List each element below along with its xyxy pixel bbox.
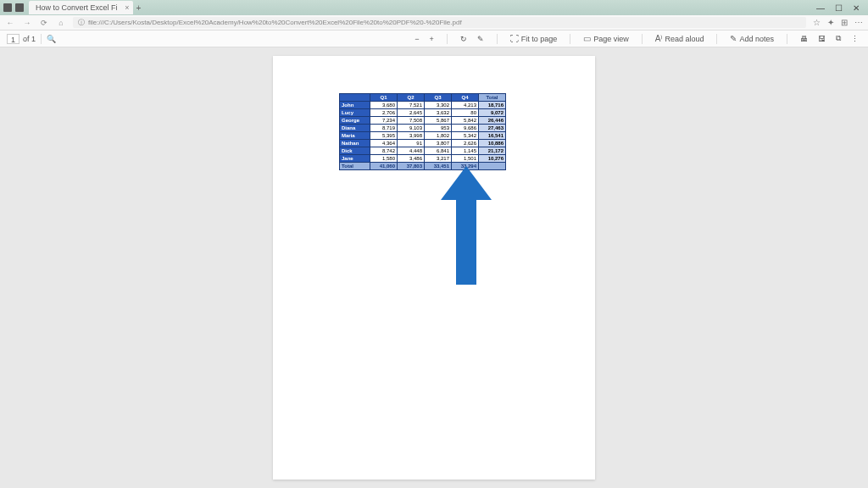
row-total: 18,716 [479,102,506,109]
total-q1: 41,060 [370,163,398,170]
row-name: George [340,117,370,125]
back-button[interactable]: ← [5,19,15,27]
forward-button[interactable]: → [22,19,32,27]
window-controls: — ☐ ✕ [816,3,865,13]
row-q2: 3,998 [398,132,425,140]
app-icon [3,3,12,12]
row-total: 27,463 [479,125,506,132]
pdf-icon [15,3,24,12]
row-total: 21,172 [479,147,506,155]
header-empty [340,94,370,102]
fit-to-page-button[interactable]: ⛶Fit to page [508,34,560,43]
row-name: Nathan [340,140,370,147]
search-icon[interactable]: 🔍 [47,35,56,43]
zoom-in-button[interactable]: + [426,35,436,43]
close-tab-icon[interactable]: × [125,3,129,12]
titlebar-left-icons [3,3,24,12]
svg-marker-0 [441,166,492,285]
row-q1: 4,364 [370,140,398,147]
pencil-icon: ✎ [730,34,737,43]
reload-button[interactable]: ⟳ [39,19,49,27]
table-header-row: Q1 Q2 Q3 Q4 Total [340,94,506,102]
page-view-button[interactable]: ▭Page view [581,34,632,43]
row-q1: 1,580 [370,155,398,163]
row-q2: 91 [398,140,425,147]
header-q3: Q3 [425,94,452,102]
collections-icon[interactable]: ✦ [827,18,834,27]
row-total: 16,541 [479,132,506,140]
table-row: Nathan4,364913,8072,62610,886 [340,140,506,147]
row-q4: 5,342 [452,132,479,140]
favorite-star-icon[interactable]: ☆ [813,18,821,27]
row-q2: 3,486 [398,155,425,163]
header-total: Total [479,94,506,102]
row-q2: 7,521 [398,102,425,109]
print-button[interactable]: 🖶 [798,35,810,43]
maximize-button[interactable]: ☐ [835,3,843,13]
address-bar: ← → ⟳ ⌂ ⓘ file:///C:/Users/Kosta/Desktop… [0,15,868,30]
row-name: Maria [340,132,370,140]
header-q4: Q4 [452,94,479,102]
draw-button[interactable]: ✎ [475,35,487,43]
toolbar-divider [570,34,570,44]
tab-title: How to Convert Excel Fi [36,3,118,12]
toolbar-divider [497,34,498,44]
page-number-input[interactable]: 1 [7,34,19,44]
add-notes-button[interactable]: ✎Add notes [727,34,776,43]
zoom-out-button[interactable]: − [412,35,421,43]
row-q4: 2,626 [452,140,479,147]
page-count-label: of 1 [23,35,36,43]
row-q3: 6,841 [425,147,452,155]
table-row: Maria5,3953,9981,8025,34216,541 [340,132,506,140]
row-q4: 80 [452,109,479,117]
toolbar-divider [716,34,717,44]
toolbar-divider [642,34,643,44]
speaker-icon: A⁾ [655,34,663,43]
row-total: 9,072 [479,109,506,117]
browser-tab[interactable]: How to Convert Excel Fi × [29,1,133,14]
row-q3: 3,217 [425,155,452,163]
table-row: Jane1,5803,4863,2171,50110,276 [340,155,506,163]
url-input[interactable]: ⓘ file:///C:/Users/Kosta/Desktop/Excel%2… [73,17,806,28]
more-options-button[interactable]: ⋮ [849,35,861,43]
data-table: Q1 Q2 Q3 Q4 Total John3,6807,5213,3024,2… [339,93,506,170]
total-q2: 37,803 [398,163,425,170]
settings-menu-icon[interactable]: ⋯ [854,18,863,27]
row-name: Jane [340,155,370,163]
window-titlebar: How to Convert Excel Fi × + — ☐ ✕ [0,0,868,15]
row-total: 26,446 [479,117,506,125]
row-q4: 9,686 [452,125,479,132]
table-row: Lucy2,7062,6453,632809,072 [340,109,506,117]
close-window-button[interactable]: ✕ [853,3,860,13]
total-label: Total [340,163,370,170]
row-q1: 8,742 [370,147,398,155]
url-text: file:///C:/Users/Kosta/Desktop/Excel%20A… [88,19,462,26]
row-q1: 7,234 [370,117,398,125]
home-button[interactable]: ⌂ [56,19,66,27]
row-q2: 2,645 [398,109,425,117]
pdf-page: Q1 Q2 Q3 Q4 Total John3,6807,5213,3024,2… [273,56,595,480]
row-q1: 8,719 [370,125,398,132]
pdf-viewer[interactable]: Q1 Q2 Q3 Q4 Total John3,6807,5213,3024,2… [0,47,868,488]
minimize-button[interactable]: — [816,3,825,13]
row-total: 10,276 [479,155,506,163]
read-aloud-button[interactable]: A⁾Read aloud [653,34,707,43]
toolbar-right: − + ↻ ✎ ⛶Fit to page ▭Page view A⁾Read a… [412,34,861,44]
info-icon: ⓘ [78,18,85,27]
extensions-icon[interactable]: ⊞ [841,18,848,27]
row-q3: 3,807 [425,140,452,147]
page-view-icon: ▭ [583,34,591,43]
header-q1: Q1 [370,94,398,102]
row-q4: 5,842 [452,117,479,125]
rotate-button[interactable]: ↻ [458,35,470,43]
new-tab-button[interactable]: + [136,3,142,13]
fit-icon: ⛶ [510,34,519,43]
toolbar-divider [787,34,787,44]
save-button[interactable]: 🖫 [815,35,828,43]
row-q3: 1,802 [425,132,452,140]
table-row: Dick8,7424,4486,8411,14521,172 [340,147,506,155]
row-q4: 4,213 [452,102,479,109]
row-q3: 3,632 [425,109,452,117]
save-as-button[interactable]: ⧉ [833,34,843,43]
row-name: Lucy [340,109,370,117]
